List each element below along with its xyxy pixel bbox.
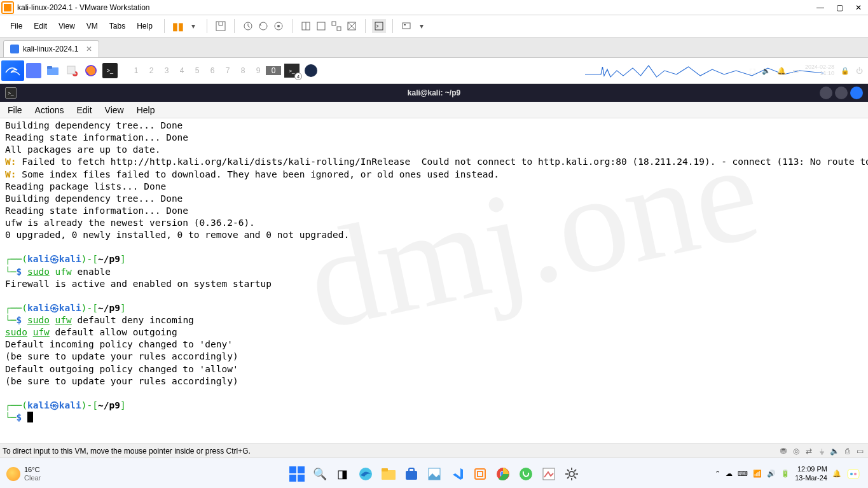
workspace-4[interactable]: 4 <box>174 66 189 75</box>
kali-panel: >_ 1 2 3 4 5 6 7 8 9 0 >_4 ⬚ 🔈 🔔 ▭ 2024-… <box>0 58 868 84</box>
menu-tabs[interactable]: Tabs <box>104 19 130 33</box>
whatsapp-icon[interactable] <box>517 465 535 483</box>
tray-chevron-icon[interactable]: ⌃ <box>715 470 720 478</box>
kali-logo[interactable] <box>1 60 24 81</box>
usb-icon[interactable]: ⏚ <box>816 447 827 456</box>
console-icon[interactable] <box>372 19 386 33</box>
svg-rect-7 <box>317 22 325 30</box>
desktop-icon[interactable] <box>26 63 41 78</box>
fullscreen-icon[interactable] <box>314 19 328 33</box>
svg-point-4 <box>277 25 280 27</box>
menu-edit[interactable]: Edit <box>29 19 52 33</box>
start-button[interactable] <box>288 465 306 483</box>
battery-icon[interactable]: ▭ <box>792 67 799 75</box>
term-menu-actions[interactable]: Actions <box>35 105 64 115</box>
terminal-app-icon: >_ <box>5 87 17 99</box>
volume-icon[interactable]: 🔈 <box>762 67 771 75</box>
workspace-9[interactable]: 9 <box>251 66 266 75</box>
tray-clock[interactable]: 12:09 PM13-Mar-24 <box>795 465 827 482</box>
lock-icon[interactable]: 🔒 <box>841 67 850 75</box>
term-maximize-button[interactable] <box>835 87 848 99</box>
bell-icon[interactable]: 🔔 <box>777 67 786 75</box>
shield-icon[interactable] <box>305 64 317 77</box>
stretch-icon[interactable] <box>345 19 359 33</box>
no-entry-icon[interactable] <box>64 63 79 78</box>
snapshot-icon[interactable] <box>241 19 255 33</box>
dropdown-icon[interactable]: ▾ <box>186 19 200 33</box>
svg-rect-12 <box>403 23 410 29</box>
workspace-2[interactable]: 2 <box>144 66 159 75</box>
send-ctrl-alt-del-icon[interactable] <box>214 19 228 33</box>
tray-onedrive-icon[interactable]: ☁ <box>726 470 733 478</box>
system-tray: ⌃ ☁ ⌨ 📶 🔊 🔋 12:09 PM13-Mar-24 🔔 <box>715 465 860 482</box>
workspace-6[interactable]: 6 <box>205 66 220 75</box>
panel-clock[interactable]: 2024-02-2811:10 <box>805 64 834 77</box>
printer-icon[interactable]: ⎙ <box>841 447 853 456</box>
svg-rect-8 <box>332 22 336 25</box>
display-icon[interactable]: ▭ <box>854 447 865 456</box>
snapshot-revert-icon[interactable] <box>256 19 270 33</box>
panel-terminal-task[interactable]: >_4 <box>284 64 300 78</box>
term-close-button[interactable] <box>850 87 863 99</box>
workspace-3[interactable]: 3 <box>159 66 174 75</box>
menu-vm[interactable]: VM <box>81 19 103 33</box>
maximize-button[interactable]: ▢ <box>830 3 849 12</box>
terminal-menubar: File Actions Edit View Help <box>0 102 868 118</box>
vscode-icon[interactable] <box>448 465 466 483</box>
firefox-icon[interactable] <box>83 63 99 78</box>
term-menu-edit[interactable]: Edit <box>76 105 92 115</box>
snapshot-manager-icon[interactable] <box>272 19 286 33</box>
tab-close-icon[interactable]: ✕ <box>86 45 92 53</box>
fit-window-icon[interactable] <box>299 19 313 33</box>
record-icon[interactable]: ⬚ <box>749 67 755 75</box>
cd-icon[interactable]: ◎ <box>790 447 802 456</box>
net-icon[interactable]: ⇄ <box>803 447 815 456</box>
terminal-icon[interactable]: >_ <box>102 63 118 78</box>
term-minimize-button[interactable] <box>820 87 832 99</box>
menu-view[interactable]: View <box>53 19 80 33</box>
minimize-button[interactable]: — <box>811 3 830 12</box>
vm-tab[interactable]: kali-linux-2024.1 ✕ <box>3 40 99 57</box>
tray-copilot-icon[interactable] <box>846 467 860 481</box>
term-menu-file[interactable]: File <box>8 105 22 115</box>
power-icon[interactable]: ⏻ <box>856 67 863 74</box>
hdd-icon[interactable]: ⛃ <box>778 447 789 456</box>
workspace-0[interactable]: 0 <box>266 66 281 75</box>
settings-icon[interactable] <box>563 465 581 483</box>
close-button[interactable]: ✕ <box>849 3 868 12</box>
menu-file[interactable]: File <box>5 19 27 33</box>
tray-battery-icon[interactable]: 🔋 <box>781 470 790 478</box>
workspace-7[interactable]: 7 <box>220 66 235 75</box>
svg-line-40 <box>567 477 569 478</box>
weather-widget[interactable]: 16°CClear <box>6 466 41 481</box>
workspace-1[interactable]: 1 <box>128 66 144 75</box>
sound-icon[interactable]: 🔈 <box>829 447 840 456</box>
term-badge: 4 <box>294 73 302 80</box>
explorer-icon[interactable] <box>380 465 397 483</box>
edge-icon[interactable] <box>357 465 375 483</box>
workspace-5[interactable]: 5 <box>189 66 205 75</box>
unity-icon[interactable] <box>329 19 343 33</box>
thumbnail-icon[interactable] <box>399 19 413 33</box>
term-menu-view[interactable]: View <box>105 105 124 115</box>
tray-notif-icon[interactable]: 🔔 <box>832 470 841 478</box>
tray-volume-icon[interactable]: 🔊 <box>767 470 776 478</box>
files-icon[interactable] <box>45 63 60 78</box>
tray-wifi-icon[interactable]: 📶 <box>753 470 762 478</box>
term-menu-help[interactable]: Help <box>137 105 155 115</box>
menu-help[interactable]: Help <box>132 19 158 33</box>
store-icon[interactable] <box>403 465 420 483</box>
photos-icon[interactable] <box>425 465 443 483</box>
vmware-menubar: File Edit View VM Tabs Help ▮▮ ▾ ▾ <box>0 15 868 38</box>
tray-lang-icon[interactable]: ⌨ <box>738 470 748 478</box>
dropdown2-icon[interactable]: ▾ <box>415 19 429 33</box>
chrome-icon[interactable] <box>494 465 512 483</box>
terminal-title: kali@kali: ~/p9 <box>408 88 460 97</box>
taskview-icon[interactable]: ◨ <box>334 465 352 483</box>
app-icon[interactable] <box>540 465 558 483</box>
workspace-8[interactable]: 8 <box>235 66 251 75</box>
pause-icon[interactable]: ▮▮ <box>171 19 185 33</box>
terminal-body[interactable]: dmj.oneBuilding dependency tree... Done … <box>0 118 868 443</box>
search-icon[interactable]: 🔍 <box>311 465 329 483</box>
vmware-task-icon[interactable] <box>471 465 489 483</box>
